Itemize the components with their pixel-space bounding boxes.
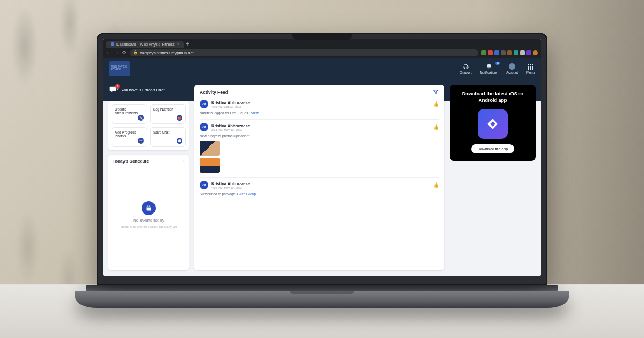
post-author[interactable]: Kristina Abbruzzese xyxy=(211,181,250,186)
favicon-icon xyxy=(111,42,114,46)
post-timestamp: 3:11 PM, May 10, 2023 xyxy=(211,128,250,131)
new-tab-button[interactable]: + xyxy=(186,41,189,47)
calendar-icon xyxy=(142,201,156,215)
address-bar[interactable]: 🔒 wildphysiofitness.mypthub.net xyxy=(130,49,478,56)
like-button[interactable]: 👍 xyxy=(433,182,439,188)
grid-icon xyxy=(527,63,533,70)
menu-label: Menu xyxy=(526,71,535,74)
avatar-icon xyxy=(509,63,515,70)
activity-feed-title: Activity Feed xyxy=(200,90,228,95)
start-chat-button[interactable]: Start Chat 💬 xyxy=(150,127,186,147)
quick-action-label: Update Measurements xyxy=(115,107,144,115)
chat-icon: 1 xyxy=(109,86,118,93)
avatar[interactable]: KA xyxy=(200,181,208,189)
laptop-notch xyxy=(292,33,352,40)
schedule-title: Today's Schedule xyxy=(113,159,149,164)
back-button[interactable]: ← xyxy=(106,50,111,55)
chevron-right-icon[interactable]: › xyxy=(183,159,185,164)
post-author[interactable]: Kristina Abbruzzese xyxy=(211,100,250,105)
chat-count-badge: 1 xyxy=(115,84,120,89)
extension-icon[interactable] xyxy=(481,50,486,55)
brand-logo[interactable]: WILD PHYSIO FITNESS xyxy=(109,61,130,76)
promo-title: Download the latest iOS or Android app xyxy=(456,91,529,104)
feed-post: KA Kristina Abbruzzese 4:04 PM, May 10, … xyxy=(200,177,439,196)
menu-button[interactable]: Menu xyxy=(526,63,535,74)
notification-badge: 9 xyxy=(495,62,500,65)
extension-icon[interactable] xyxy=(514,50,518,55)
post-timestamp: 4:04 PM, May 10, 2023 xyxy=(211,186,250,189)
account-label: Account xyxy=(506,71,518,74)
extension-tray xyxy=(481,50,538,55)
camera-icon: 📷 xyxy=(138,138,144,144)
bell-icon xyxy=(486,63,492,70)
browser-chrome: Dashboard - Wild Physio Fitness × + ← → … xyxy=(103,39,541,58)
feed-post: KA Kristina Abbruzzese 3:11 PM, May 10, … xyxy=(200,119,439,173)
post-link[interactable]: View xyxy=(251,111,259,115)
post-timestamp: 4:06 PM, Oct 03, 2023 xyxy=(211,105,250,108)
quick-action-label: Add Progress Photos xyxy=(115,130,144,138)
schedule-empty-subtitle: There is no events booked for today yet xyxy=(120,225,177,229)
todays-schedule-card: Today's Schedule › No events today There… xyxy=(108,155,189,270)
activity-feed: Activity Feed KA Kristina Abbruzzese xyxy=(194,85,444,270)
log-nutrition-button[interactable]: Log Nutrition 🍎 xyxy=(150,104,186,124)
forward-button[interactable]: → xyxy=(114,50,119,55)
quick-action-label: Start Chat xyxy=(153,130,182,134)
download-app-promo: Download the latest iOS or Android app D… xyxy=(450,85,536,161)
extension-icon[interactable] xyxy=(494,50,499,55)
close-tab-icon[interactable]: × xyxy=(177,42,179,47)
notifications-label: Notifications xyxy=(480,71,498,74)
extension-icon[interactable] xyxy=(488,50,493,55)
quick-actions: Update Measurements 📏 Log Nutrition 🍎 Ad… xyxy=(108,101,189,150)
progress-photo-thumbnail[interactable] xyxy=(200,158,220,173)
reload-button[interactable]: ⟳ xyxy=(122,50,127,55)
post-text: New progress photos Uploaded: xyxy=(200,134,250,138)
post-text: Nutrition logged for Oct 3, 2023 : xyxy=(200,111,251,115)
filter-icon[interactable] xyxy=(433,89,439,96)
url-text: wildphysiofitness.mypthub.net xyxy=(140,50,194,55)
headset-icon xyxy=(463,63,469,70)
extension-icon[interactable] xyxy=(507,50,512,55)
app-icon xyxy=(478,109,508,139)
laptop-hinge xyxy=(86,285,558,291)
support-button[interactable]: Support xyxy=(460,63,472,74)
extension-icon[interactable] xyxy=(526,50,531,55)
chat-banner-text: You have 1 unread Chat xyxy=(121,87,165,92)
chat-icon: 💬 xyxy=(177,138,182,144)
extension-icon[interactable] xyxy=(501,50,506,55)
post-author[interactable]: Kristina Abbruzzese xyxy=(211,123,250,128)
svg-rect-1 xyxy=(147,207,151,208)
download-app-button[interactable]: Download the app xyxy=(471,144,514,153)
add-progress-photos-button[interactable]: Add Progress Photos 📷 xyxy=(112,127,147,147)
svg-rect-3 xyxy=(150,205,150,207)
app-header: WILD PHYSIO FITNESS Support xyxy=(103,58,541,79)
notifications-button[interactable]: 9 Notifications xyxy=(480,63,498,74)
avatar[interactable]: KA xyxy=(200,123,208,131)
lock-icon: 🔒 xyxy=(133,50,138,55)
laptop-base xyxy=(75,291,569,308)
schedule-empty-title: No events today xyxy=(133,218,164,223)
browser-tab[interactable]: Dashboard - Wild Physio Fitness × xyxy=(106,41,184,48)
extension-icon[interactable] xyxy=(520,50,525,55)
like-button[interactable]: 👍 xyxy=(433,124,439,130)
unread-chat-banner[interactable]: 1 You have 1 unread Chat xyxy=(108,85,189,97)
support-label: Support xyxy=(460,71,472,74)
tab-title: Dashboard - Wild Physio Fitness xyxy=(116,42,175,47)
update-measurements-button[interactable]: Update Measurements 📏 xyxy=(112,104,147,124)
post-link[interactable]: Glute Group xyxy=(237,192,256,196)
account-button[interactable]: Account xyxy=(506,63,518,74)
profile-avatar-icon[interactable] xyxy=(533,50,538,55)
svg-rect-2 xyxy=(148,205,148,207)
like-button[interactable]: 👍 xyxy=(433,101,439,107)
post-text: Subscribed to package: xyxy=(200,192,237,196)
laptop-frame: Dashboard - Wild Physio Fitness × + ← → … xyxy=(97,33,547,308)
feed-post: KA Kristina Abbruzzese 4:06 PM, Oct 03, … xyxy=(200,100,439,115)
nutrition-icon: 🍎 xyxy=(177,115,182,121)
progress-photo-thumbnail[interactable] xyxy=(200,141,220,156)
avatar[interactable]: KA xyxy=(200,100,208,108)
ruler-icon: 📏 xyxy=(138,115,144,121)
quick-action-label: Log Nutrition xyxy=(153,107,182,111)
